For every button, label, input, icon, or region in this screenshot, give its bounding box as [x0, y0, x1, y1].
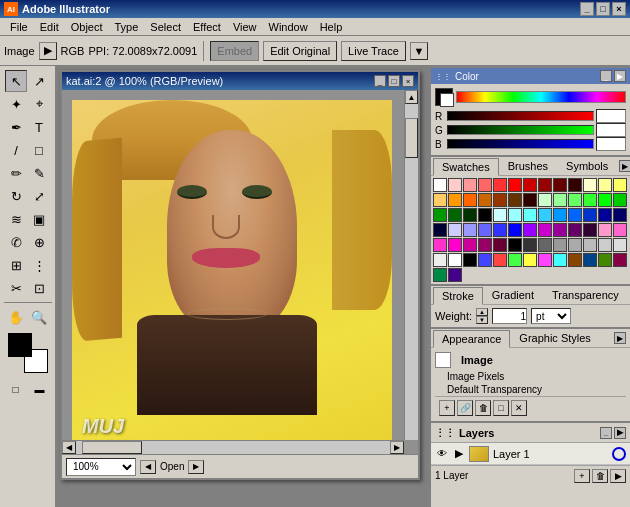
nav-prev-button[interactable]: ◀	[140, 460, 156, 474]
layers-delete-button[interactable]: 🗑	[592, 469, 608, 483]
eyedropper-tool[interactable]: ✆	[5, 231, 27, 253]
live-trace-arrow[interactable]: ▼	[410, 42, 428, 60]
swatch-47[interactable]	[553, 223, 567, 237]
menu-select[interactable]: Select	[144, 20, 187, 34]
appearance-delete-button[interactable]: ✕	[511, 400, 527, 416]
selection-tool[interactable]: ↖	[5, 70, 27, 92]
swatch-39[interactable]	[433, 223, 447, 237]
edit-original-button[interactable]: Edit Original	[263, 41, 337, 61]
swatch-21[interactable]	[553, 193, 567, 207]
swatch-5[interactable]	[508, 178, 522, 192]
swatch-44[interactable]	[508, 223, 522, 237]
swatch-61[interactable]	[568, 238, 582, 252]
layer-expand-icon[interactable]: ▶	[453, 448, 465, 460]
swatch-25[interactable]	[613, 193, 627, 207]
r-slider-track[interactable]	[447, 111, 594, 121]
g-value-input[interactable]	[596, 123, 626, 137]
appearance-trash-button[interactable]: 🗑	[475, 400, 491, 416]
swatch-19[interactable]	[523, 193, 537, 207]
weight-unit-dropdown[interactable]: pt px mm	[531, 308, 571, 324]
swatch-62[interactable]	[583, 238, 597, 252]
graph-tool[interactable]: ⊞	[5, 254, 27, 276]
swatch-77[interactable]	[613, 253, 627, 267]
swatch-13[interactable]	[433, 193, 447, 207]
foreground-color-swatch[interactable]	[8, 333, 32, 357]
appearance-link-button[interactable]: 🔗	[457, 400, 473, 416]
swatch-4[interactable]	[493, 178, 507, 192]
doc-close-button[interactable]: ×	[402, 75, 414, 87]
swatch-2[interactable]	[463, 178, 477, 192]
swatch-3[interactable]	[478, 178, 492, 192]
type-tool[interactable]: T	[28, 116, 50, 138]
close-button[interactable]: ×	[612, 2, 626, 16]
swatch-20[interactable]	[538, 193, 552, 207]
swatch-30[interactable]	[493, 208, 507, 222]
swatch-27[interactable]	[448, 208, 462, 222]
lasso-tool[interactable]: ⌖	[28, 93, 50, 115]
swatch-57[interactable]	[508, 238, 522, 252]
swatch-66[interactable]	[448, 253, 462, 267]
swatch-59[interactable]	[538, 238, 552, 252]
swatch-45[interactable]	[523, 223, 537, 237]
swatch-37[interactable]	[598, 208, 612, 222]
blend-tool[interactable]: ⊕	[28, 231, 50, 253]
g-slider-track[interactable]	[447, 125, 594, 135]
doc-minimize-button[interactable]: _	[374, 75, 386, 87]
color-spectrum-bar[interactable]	[456, 91, 626, 103]
swatch-8[interactable]	[553, 178, 567, 192]
appearance-new-button[interactable]: □	[493, 400, 509, 416]
appearance-add-button[interactable]: +	[439, 400, 455, 416]
swatch-38[interactable]	[613, 208, 627, 222]
swatches-panel-options[interactable]: ▶	[619, 160, 630, 172]
scissors-tool[interactable]: ✂	[5, 277, 27, 299]
swatch-33[interactable]	[538, 208, 552, 222]
swatch-56[interactable]	[493, 238, 507, 252]
artboard-tool[interactable]: ⊡	[28, 277, 50, 299]
swatch-58[interactable]	[523, 238, 537, 252]
swatch-53[interactable]	[448, 238, 462, 252]
swatch-10[interactable]	[583, 178, 597, 192]
tab-swatches[interactable]: Swatches	[433, 158, 499, 176]
swatch-74[interactable]	[568, 253, 582, 267]
paintbrush-tool[interactable]: ✏	[5, 162, 27, 184]
swatch-29[interactable]	[478, 208, 492, 222]
swatch-51[interactable]	[613, 223, 627, 237]
scroll-thumb-horizontal[interactable]	[82, 441, 142, 454]
swatch-6[interactable]	[523, 178, 537, 192]
rectangle-tool[interactable]: □	[28, 139, 50, 161]
swatch-15[interactable]	[463, 193, 477, 207]
swatch-72[interactable]	[538, 253, 552, 267]
hand-tool[interactable]: ✋	[5, 306, 27, 328]
appearance-panel-options[interactable]: ▶	[614, 332, 626, 344]
swatch-41[interactable]	[463, 223, 477, 237]
swatch-35[interactable]	[568, 208, 582, 222]
layer-row-1[interactable]: 👁 ▶ Layer 1	[431, 443, 630, 465]
swatch-55[interactable]	[478, 238, 492, 252]
tab-graphic-styles[interactable]: Graphic Styles	[510, 329, 600, 347]
doc-maximize-button[interactable]: □	[388, 75, 400, 87]
menu-view[interactable]: View	[227, 20, 263, 34]
swatch-50[interactable]	[598, 223, 612, 237]
swatch-1[interactable]	[448, 178, 462, 192]
swatch-23[interactable]	[583, 193, 597, 207]
swatch-16[interactable]	[478, 193, 492, 207]
b-slider-track[interactable]	[447, 139, 594, 149]
swatch-24[interactable]	[598, 193, 612, 207]
swatch-31[interactable]	[508, 208, 522, 222]
scale-tool[interactable]: ⤢	[28, 185, 50, 207]
r-value-input[interactable]	[596, 109, 626, 123]
swatch-64[interactable]	[613, 238, 627, 252]
swatch-40[interactable]	[448, 223, 462, 237]
swatch-32[interactable]	[523, 208, 537, 222]
swatch-63[interactable]	[598, 238, 612, 252]
swatch-79[interactable]	[448, 268, 462, 282]
normal-screen-mode[interactable]: □	[5, 378, 27, 400]
color-panel-options[interactable]: ▶	[614, 70, 626, 82]
swatch-22[interactable]	[568, 193, 582, 207]
tab-brushes[interactable]: Brushes	[499, 157, 557, 175]
scroll-left-button[interactable]: ◀	[62, 441, 76, 454]
swatch-42[interactable]	[478, 223, 492, 237]
swatch-34[interactable]	[553, 208, 567, 222]
layers-panel-collapse[interactable]: _	[600, 427, 612, 439]
stroke-swatch-small[interactable]	[440, 93, 454, 107]
